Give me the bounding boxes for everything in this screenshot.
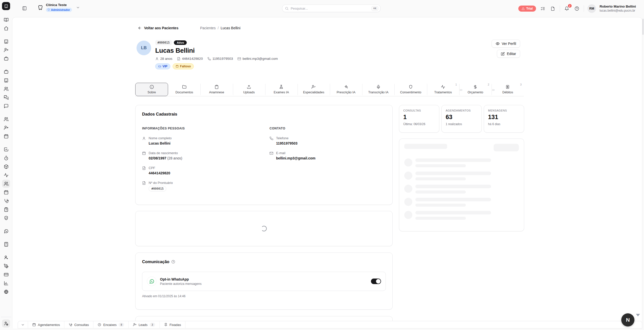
dock-item-consultas[interactable]: Consultas <box>64 321 93 328</box>
whatsapp-optin-toggle[interactable] <box>371 279 381 284</box>
stat-card-mensagens: MENSAGENS 131 há 6 dias <box>484 105 524 133</box>
sidebar-item-timer[interactable] <box>2 154 10 162</box>
communication-title: Comunicação <box>142 259 169 264</box>
documents-button[interactable] <box>550 5 556 12</box>
sidebar-item-whatsapp[interactable] <box>2 227 10 235</box>
patient-name: Lucas Bellini <box>155 47 278 54</box>
notifications-button[interactable]: 2 <box>564 5 570 12</box>
divider <box>584 5 584 12</box>
breadcrumb-patients[interactable]: Pacientes <box>200 26 216 30</box>
view-profile-button[interactable]: Ver Perfil <box>492 40 520 48</box>
optin-title: Opt-in WhatsApp <box>160 277 367 281</box>
sidebar-item-check-square[interactable] <box>2 145 10 153</box>
sidebar-item-stethoscope[interactable] <box>2 197 10 205</box>
scrollbar-thumb[interactable] <box>642 19 643 35</box>
sidebar-item-users[interactable] <box>2 115 10 123</box>
sidebar-item-users[interactable] <box>2 180 10 188</box>
help-button[interactable] <box>574 5 580 12</box>
dock-item-encaixes[interactable]: Encaixes 8 <box>93 321 129 328</box>
dev-overlay-button[interactable]: N <box>621 313 634 326</box>
sidebar-item-clipboard-list[interactable] <box>2 205 10 213</box>
clock-icon <box>98 323 101 326</box>
sidebar-item-user-round[interactable] <box>2 253 10 261</box>
briefcase-icon <box>4 56 9 61</box>
sidebar-item-book-open[interactable] <box>2 16 10 24</box>
arrow-left-icon <box>138 26 142 30</box>
calendar-icon <box>32 323 36 326</box>
field-telefone: Telefone11951979503 <box>270 136 386 145</box>
sidebar-item-messages-square[interactable] <box>2 93 10 101</box>
rail-divider <box>1 317 11 317</box>
sidebar-item-activity[interactable] <box>2 171 10 179</box>
stat-card-agendamentos: AGENDAMENTOS 63 1 realizados <box>441 105 482 133</box>
tab-documentos[interactable]: Documentos <box>168 83 200 96</box>
dock-item-agendamentos[interactable]: Agendamentos <box>28 321 64 328</box>
sidebar-item-user-plus[interactable] <box>2 46 10 54</box>
tab-consentimento[interactable]: Consentimento <box>394 83 427 96</box>
dock-item-fixadas[interactable]: Fixadas <box>160 321 186 328</box>
trial-badge[interactable]: Trial <box>518 6 536 12</box>
sidebar-item-pen-tool[interactable] <box>2 262 10 270</box>
users-icon <box>4 181 9 186</box>
user-menu[interactable]: Roberto Marino Bellini lucas.bellini@edu… <box>600 5 636 13</box>
optin-subtitle: Paciente autoriza mensagens <box>160 282 367 286</box>
role-badge: Administrador <box>46 8 72 12</box>
sidebar-item-shield-check[interactable] <box>2 214 10 222</box>
back-to-patients-link[interactable]: Voltar aos Pacientes <box>138 26 178 30</box>
edit-button[interactable]: Editar <box>497 50 520 58</box>
building-icon <box>4 4 8 8</box>
sidebar-item-bar-chart[interactable] <box>2 279 10 287</box>
sidebar-item-building[interactable] <box>2 37 10 45</box>
sidebar-toggle-button[interactable] <box>22 6 27 11</box>
tab-step-number: 2 <box>488 83 489 86</box>
sidebar-item-users[interactable] <box>2 85 10 93</box>
field-e-mail: E-mailbellini.mp3@gmail.com <box>270 151 386 160</box>
tab-debitos[interactable]: Débitos 3 <box>492 83 524 96</box>
breadcrumb-current: Lucas Bellini <box>221 26 240 30</box>
tab-prescricao-ia[interactable]: Prescrição IA <box>330 83 362 96</box>
sidebar-item-calendar[interactable] <box>2 132 10 140</box>
global-search[interactable]: ⌘K <box>282 5 381 12</box>
clinic-switcher[interactable]: Clínica Teste Administrador <box>37 3 80 12</box>
tab-exames-ia[interactable]: Exames IA <box>265 83 298 96</box>
app-logo[interactable] <box>2 2 10 10</box>
sidebar-item-briefcase[interactable] <box>2 68 10 76</box>
tab-transcricao-ia[interactable]: Transcrição IA <box>362 83 394 96</box>
dock-collapse-button[interactable] <box>18 321 28 328</box>
section-heading: INFORMAÇÕES PESSOAIS <box>142 127 270 130</box>
sidebar-item-calendar[interactable] <box>2 188 10 196</box>
sidebar-item-credit-card[interactable] <box>2 270 10 279</box>
user-avatar[interactable]: RM <box>587 4 596 13</box>
phone-icon <box>270 136 273 145</box>
section-heading: CONTATO <box>270 127 386 130</box>
sidebar-item-package[interactable] <box>2 162 10 171</box>
home-icon <box>4 26 9 31</box>
sidebar-item-building[interactable] <box>2 76 10 84</box>
tab-anamnese[interactable]: Anamnese <box>200 83 233 96</box>
sidebar-item-home[interactable] <box>2 24 10 32</box>
skeleton-title <box>404 144 447 149</box>
search-shortcut: ⌘K <box>371 6 378 11</box>
alert-triangle-icon <box>522 7 525 10</box>
bottom-dock: Agendamentos Consultas Encaixes 8 Leads … <box>18 321 642 328</box>
tab-step-number: 1 <box>455 83 457 86</box>
search-input[interactable] <box>291 7 369 10</box>
sidebar-item-user-plus[interactable] <box>2 124 10 132</box>
sidebar-item-user-settings[interactable] <box>2 319 10 327</box>
tasks-button[interactable] <box>540 5 546 12</box>
sidebar-item-calculator[interactable] <box>2 240 10 248</box>
sidebar-item-briefcase[interactable] <box>2 54 10 63</box>
sidebar-item-globe[interactable] <box>2 288 10 296</box>
help-circle-icon[interactable] <box>171 260 175 264</box>
user-round-icon <box>4 255 9 260</box>
tab-sobre[interactable]: Sobre <box>135 83 168 96</box>
sidebar-item-message-square[interactable] <box>2 102 10 110</box>
tab-especialidades[interactable]: Especialidades <box>298 83 330 96</box>
user-name: Roberto Marino Bellini <box>600 5 636 9</box>
crown-icon <box>158 65 161 68</box>
tab-orcamento[interactable]: Orçamento 2 ››› <box>459 83 492 96</box>
field-nome-completo: Nome completoLucas Bellini <box>142 136 270 145</box>
tab-tratamentos[interactable]: Tratamentos 1 ››› <box>427 83 459 96</box>
dock-item-leads[interactable]: Leads 3 <box>129 321 160 328</box>
tab-uploads[interactable]: Uploads <box>233 83 265 96</box>
